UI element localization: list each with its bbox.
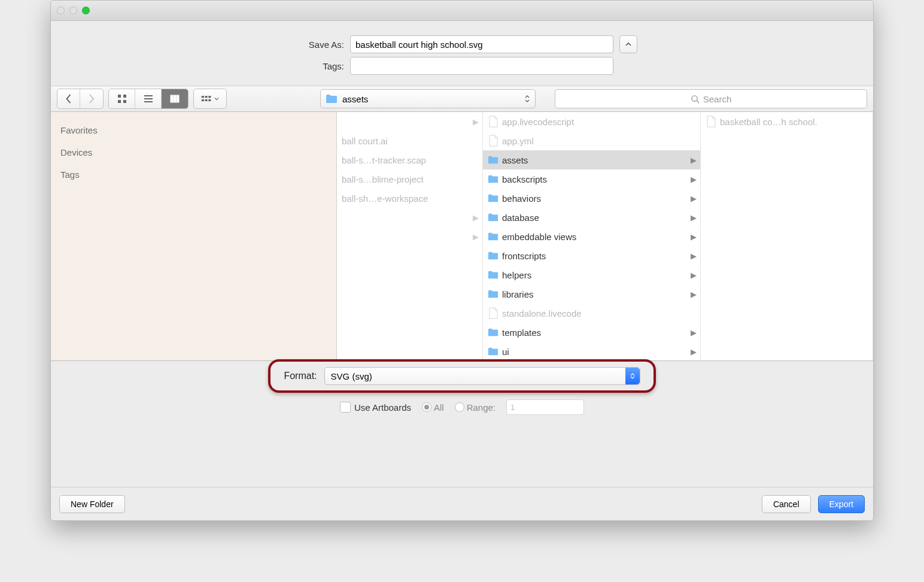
- list-item[interactable]: standalone.livecode: [483, 304, 700, 323]
- save-as-input[interactable]: [350, 35, 613, 53]
- tags-label: Tags:: [287, 61, 344, 71]
- chevron-right-icon: ▶: [691, 156, 697, 165]
- column-3: basketball co…h school.: [701, 112, 873, 360]
- svg-rect-2: [118, 100, 121, 103]
- artboards-range-radio[interactable]: [455, 402, 464, 412]
- list-item[interactable]: ball-s…t-tracker.scap: [337, 150, 482, 169]
- file-browser: Favorites Devices Tags ▶ball court.aibal…: [51, 112, 873, 361]
- list-item[interactable]: basketball co…h school.: [701, 112, 873, 131]
- folder-icon: [488, 173, 499, 185]
- save-dialog: Save As: Tags:: [50, 0, 874, 521]
- folder-icon: [488, 269, 499, 281]
- chevron-right-icon: ▶: [691, 213, 697, 222]
- list-item[interactable]: libraries▶: [483, 284, 700, 304]
- list-view-button[interactable]: [135, 89, 162, 108]
- cancel-button[interactable]: Cancel: [762, 495, 811, 513]
- window-controls: [57, 7, 90, 14]
- chevron-down-icon: [214, 93, 219, 104]
- list-item[interactable]: ▶: [337, 112, 482, 131]
- current-folder-popup[interactable]: assets: [320, 89, 536, 108]
- chevron-left-icon: [63, 93, 74, 104]
- folder-icon: [488, 288, 499, 300]
- chevron-right-icon: ▶: [691, 271, 697, 280]
- list-item[interactable]: ball court.ai: [337, 131, 482, 150]
- expand-toggle-button[interactable]: [619, 35, 637, 53]
- column-view-button[interactable]: [162, 89, 188, 108]
- chevron-right-icon: ▶: [473, 232, 479, 241]
- save-as-label: Save As:: [287, 40, 344, 50]
- format-value: SVG (svg): [331, 371, 372, 381]
- chevron-right-icon: ▶: [691, 347, 697, 356]
- svg-rect-11: [205, 96, 208, 98]
- list-item[interactable]: behaviors▶: [483, 189, 700, 208]
- list-item[interactable]: frontscripts▶: [483, 246, 700, 265]
- list-item[interactable]: helpers▶: [483, 265, 700, 284]
- folder-icon: [488, 326, 499, 338]
- svg-rect-6: [144, 101, 153, 102]
- document-icon: [488, 116, 499, 128]
- close-window-button[interactable]: [57, 7, 65, 14]
- svg-rect-15: [208, 99, 211, 101]
- svg-point-16: [692, 95, 697, 101]
- list-item[interactable]: database▶: [483, 208, 700, 227]
- format-panel: Format: SVG (svg) Use Artboards All Rang…: [51, 361, 873, 419]
- minimize-window-button[interactable]: [69, 7, 77, 14]
- svg-rect-12: [208, 96, 211, 98]
- use-artboards-checkbox[interactable]: [340, 402, 351, 413]
- list-item[interactable]: ball-sh…e-workspace: [337, 189, 482, 208]
- grid-icon: [117, 93, 127, 104]
- folder-icon: [488, 192, 499, 204]
- icon-view-button[interactable]: [109, 89, 135, 108]
- select-stepper-icon: [625, 368, 640, 384]
- artboards-range-label: Range:: [467, 402, 496, 413]
- svg-rect-10: [202, 96, 204, 98]
- svg-rect-13: [202, 99, 204, 101]
- list-item[interactable]: ▶: [337, 208, 482, 227]
- folder-icon: [488, 231, 499, 242]
- svg-rect-3: [123, 100, 126, 103]
- browser-sidebar: Favorites Devices Tags: [51, 112, 337, 360]
- list-item[interactable]: ball-s…blime-project: [337, 169, 482, 189]
- nav-back-forward: [57, 89, 104, 109]
- save-form: Save As: Tags:: [51, 21, 873, 86]
- list-item[interactable]: backscripts▶: [483, 169, 700, 189]
- forward-button[interactable]: [80, 89, 103, 108]
- svg-rect-9: [177, 95, 179, 102]
- chevron-right-icon: ▶: [691, 232, 697, 241]
- new-folder-button[interactable]: New Folder: [59, 495, 125, 513]
- svg-rect-5: [144, 98, 153, 99]
- document-icon: [488, 307, 499, 319]
- list-item[interactable]: app.livecodescript: [483, 112, 700, 131]
- folder-icon: [488, 345, 499, 357]
- list-icon: [143, 93, 154, 104]
- titlebar: [51, 1, 873, 21]
- folder-icon: [488, 211, 499, 223]
- dialog-footer: New Folder Cancel Export: [51, 487, 873, 520]
- format-select[interactable]: SVG (svg): [324, 367, 640, 385]
- sidebar-devices-header: Devices: [60, 147, 328, 157]
- zoom-window-button[interactable]: [82, 7, 90, 14]
- list-item[interactable]: ▶: [337, 227, 482, 246]
- list-item[interactable]: ui▶: [483, 342, 700, 360]
- search-icon: [691, 95, 700, 104]
- svg-rect-1: [123, 95, 126, 98]
- export-button[interactable]: Export: [818, 495, 865, 513]
- chevron-right-icon: [86, 93, 97, 104]
- sidebar-tags-header: Tags: [60, 169, 328, 180]
- group-menu[interactable]: [193, 89, 227, 109]
- folder-icon: [488, 154, 499, 166]
- svg-rect-7: [171, 95, 173, 102]
- artboards-range-input[interactable]: [506, 399, 584, 415]
- stepper-icon: [524, 94, 530, 104]
- list-item[interactable]: app.yml: [483, 131, 700, 150]
- artboards-all-radio[interactable]: [422, 402, 431, 412]
- chevron-right-icon: ▶: [691, 251, 697, 260]
- list-item[interactable]: assets▶: [483, 150, 700, 169]
- list-item[interactable]: embeddable views▶: [483, 227, 700, 246]
- tags-input[interactable]: [350, 57, 613, 75]
- gallery-icon: [201, 93, 212, 104]
- list-item[interactable]: templates▶: [483, 323, 700, 342]
- search-input[interactable]: Search: [555, 89, 867, 108]
- column-2: app.livecodescriptapp.ymlassets▶backscri…: [483, 112, 701, 360]
- back-button[interactable]: [57, 89, 80, 108]
